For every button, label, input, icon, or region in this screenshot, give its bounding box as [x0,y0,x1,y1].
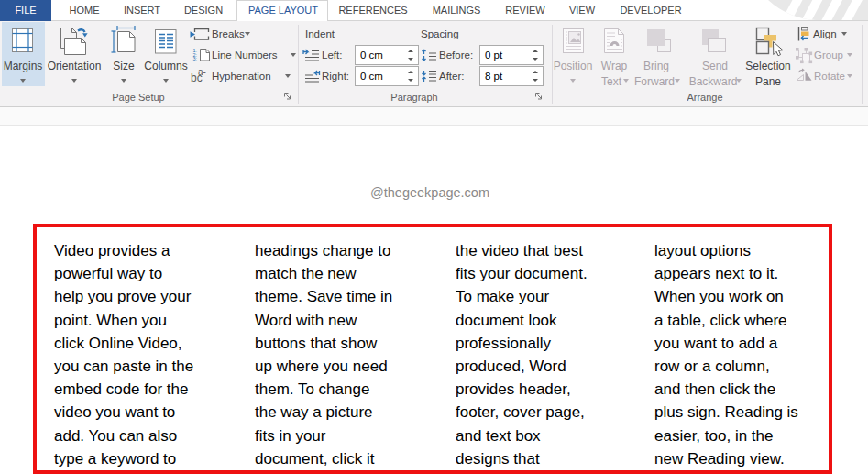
svg-text:3:: 3: [193,56,198,61]
svg-text:a-: a- [198,67,206,77]
